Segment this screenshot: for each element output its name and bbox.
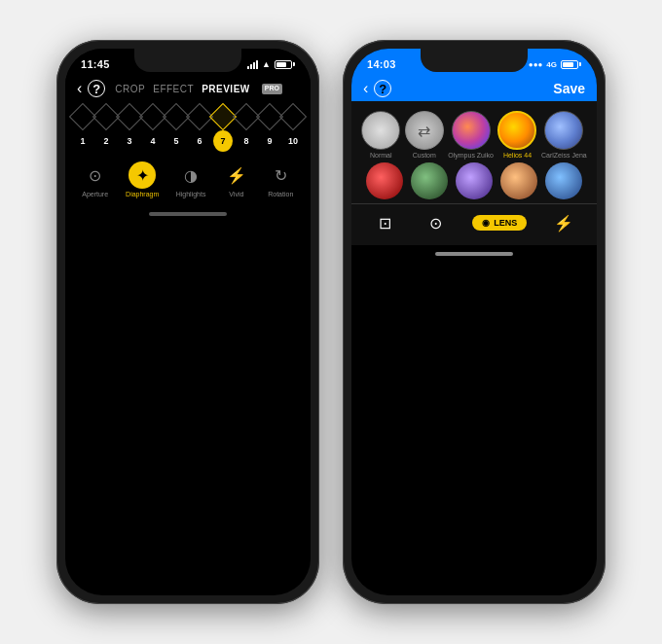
help-button-left[interactable]: ?	[88, 80, 105, 97]
lens-label-helios: Helios 44	[503, 152, 532, 159]
num-9[interactable]: 9	[260, 130, 279, 152]
help-button-right[interactable]: ?	[374, 80, 391, 97]
rotation-label: Rotation	[268, 191, 293, 197]
lens-bottom-row	[351, 161, 597, 203]
home-bar-right	[435, 252, 513, 256]
4g-text: 4G	[546, 60, 557, 69]
home-indicator-left	[65, 205, 311, 223]
camera-tool-icon[interactable]: ⊙	[422, 208, 451, 237]
status-icons-left: ▲	[247, 59, 295, 69]
aperture-icon: ⊙	[82, 161, 109, 189]
lens-sm-2[interactable]	[411, 162, 448, 199]
lens-circle-helios	[497, 111, 536, 150]
nav-bar-left: ‹ ? CROP EFFECT PREVIEW PRO	[65, 76, 311, 101]
num-2[interactable]: 2	[96, 130, 116, 152]
phone-left: 11:45 ▲ ‹	[56, 40, 319, 604]
lens-label-olympus: Olympus Zuiko	[448, 152, 494, 159]
lens-label-normal: Normal	[370, 152, 392, 159]
status-icons-right: ●●● 4G	[529, 60, 581, 69]
nav-items-left: CROP EFFECT PREVIEW PRO	[115, 84, 299, 94]
lens-sm-4[interactable]	[500, 162, 537, 199]
lens-tab-button[interactable]: ◉ LENS	[472, 215, 527, 231]
back-button-right[interactable]: ‹	[363, 80, 368, 97]
num-4[interactable]: 4	[143, 130, 163, 152]
bottom-controls-left: 1 2 3 4 5 6 7 8 9 10 ⊙ Aperture	[65, 101, 311, 205]
nav-bar-right: ‹ ? Save	[351, 76, 597, 101]
lens-tab-label: LENS	[494, 218, 517, 228]
lens-sm-3[interactable]	[456, 162, 493, 199]
vivid-icon: ⚡	[223, 161, 250, 189]
battery-left	[275, 60, 295, 69]
num-10[interactable]: 10	[283, 130, 303, 152]
wifi-icon-left: ▲	[262, 59, 271, 69]
tool-row: ⊙ Aperture ✦ Diaphragm ◑ Highlights ⚡ Vi…	[65, 158, 311, 201]
nav-effect[interactable]: EFFECT	[153, 84, 194, 94]
signal-bars-left	[247, 60, 258, 69]
num-6[interactable]: 6	[190, 130, 209, 152]
lens-olympus[interactable]: Olympus Zuiko	[448, 111, 494, 159]
diaphragm-icon: ✦	[129, 161, 156, 189]
lens-circle-olympus	[452, 111, 491, 150]
lens-label-carl: CarlZeiss Jena	[541, 152, 587, 159]
signal-text-right: ●●●	[529, 60, 543, 69]
tool-highlights[interactable]: ◑ Highlights	[176, 161, 206, 197]
tool-aperture[interactable]: ⊙ Aperture	[82, 161, 109, 197]
notch-left	[134, 49, 241, 72]
number-row: 1 2 3 4 5 6 7 8 9 10	[65, 130, 311, 158]
highlights-icon: ◑	[177, 161, 204, 189]
diaphragm-label: Diaphragm	[126, 191, 159, 197]
lens-sm-1[interactable]	[366, 162, 403, 199]
home-indicator-right	[351, 245, 597, 263]
lens-custom[interactable]: ⇄ Custom	[405, 111, 444, 159]
flash-tool-icon[interactable]: ⚡	[549, 208, 578, 237]
lens-tab-icon: ◉	[482, 218, 490, 228]
nav-preview[interactable]: PREVIEW	[202, 84, 250, 94]
num-8[interactable]: 8	[237, 130, 256, 152]
diamond-10[interactable]	[279, 103, 307, 130]
phone-right-screen: 14:03 ●●● 4G ‹ ? Save	[351, 49, 597, 595]
vivid-label: Vivid	[229, 191, 243, 197]
lens-sm-5[interactable]	[545, 162, 582, 199]
app-container: 11:45 ▲ ‹	[37, 20, 625, 624]
phone-left-screen: 11:45 ▲ ‹	[65, 49, 311, 595]
lens-circle-carl	[544, 111, 583, 150]
nav-crop[interactable]: CROP	[115, 84, 145, 94]
tool-vivid[interactable]: ⚡ Vivid	[223, 161, 250, 197]
num-3[interactable]: 3	[120, 130, 139, 152]
lens-circle-custom: ⇄	[405, 111, 444, 150]
lens-normal[interactable]: Normal	[361, 111, 400, 159]
status-time-left: 11:45	[81, 58, 110, 70]
lens-carl[interactable]: CarlZeiss Jena	[541, 111, 587, 159]
save-button[interactable]: Save	[553, 81, 585, 96]
back-button-left[interactable]: ‹	[77, 80, 82, 97]
lens-top-row: Normal ⇄ Custom Olympus Zuiko Helios 44	[351, 107, 597, 161]
lens-helios[interactable]: Helios 44	[497, 111, 536, 159]
pro-badge-nav: PRO	[262, 84, 282, 94]
num-5[interactable]: 5	[166, 130, 186, 152]
highlights-label: Highlights	[176, 191, 206, 197]
rotation-icon: ↻	[267, 161, 294, 189]
bottom-controls-right: Normal ⇄ Custom Olympus Zuiko Helios 44	[351, 101, 597, 245]
lens-label-custom: Custom	[413, 152, 436, 159]
battery-right	[561, 60, 581, 69]
tool-rotation[interactable]: ↻ Rotation	[267, 161, 294, 197]
crop-tool-icon[interactable]: ⊡	[370, 208, 399, 237]
home-bar-left	[149, 212, 227, 216]
num-1[interactable]: 1	[73, 130, 92, 152]
lens-circle-normal	[361, 111, 400, 150]
aperture-label: Aperture	[82, 191, 108, 197]
diamond-row	[65, 107, 311, 130]
status-time-right: 14:03	[367, 58, 396, 70]
num-7[interactable]: 7	[213, 130, 233, 152]
tool-diaphragm[interactable]: ✦ Diaphragm	[126, 161, 159, 197]
phone-right: 14:03 ●●● 4G ‹ ? Save	[343, 40, 606, 604]
bottom-toolbar-right: ⊡ ⊙ ◉ LENS ⚡	[351, 203, 597, 241]
notch-right	[421, 49, 528, 72]
